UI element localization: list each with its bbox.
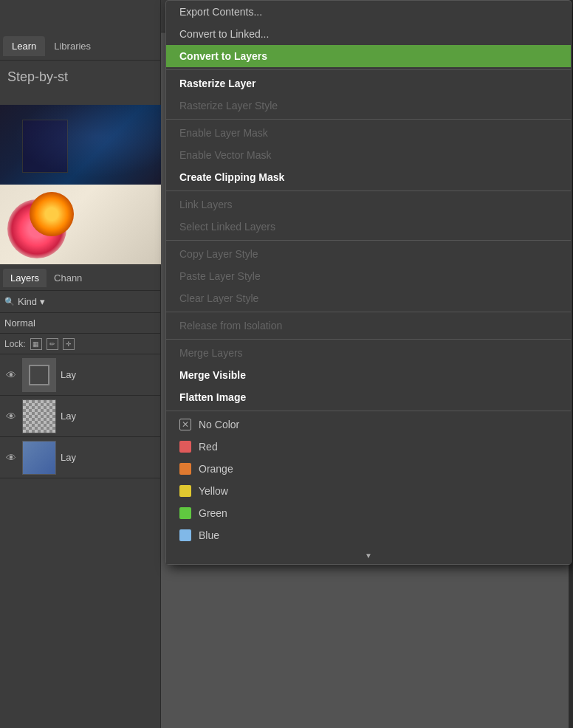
menu-item-flatten-image[interactable]: Flatten Image [166, 386, 571, 408]
menu-divider-3 [166, 190, 571, 191]
swatch-red-icon [179, 441, 191, 453]
layer-name-1: Lay [61, 369, 76, 380]
layer-thumbnail-3 [22, 441, 56, 475]
left-panel: Learn Libraries Step-by-st Layers Chann … [0, 0, 161, 728]
tab-channels[interactable]: Chann [47, 269, 89, 287]
tab-libraries[interactable]: Libraries [45, 36, 100, 56]
menu-item-no-color[interactable]: ✕ No Color [166, 413, 571, 436]
menu-divider-5 [166, 312, 571, 312]
menu-item-blue[interactable]: Blue [166, 524, 571, 546]
menu-item-convert-to-linked[interactable]: Convert to Linked... [166, 23, 571, 45]
menu-item-release-from-isolation: Release from Isolation [166, 315, 571, 337]
lock-transparency-icon[interactable]: ▦ [30, 338, 42, 350]
menu-item-rasterize-layer-style: Rasterize Layer Style [166, 95, 571, 117]
menu-item-merge-layers: Merge Layers [166, 342, 571, 364]
layer-name-3: Lay [61, 452, 76, 463]
learn-libraries-tabs: Learn Libraries [0, 32, 160, 61]
tab-layers[interactable]: Layers [3, 269, 47, 287]
lock-position-icon[interactable]: ✛ [63, 338, 75, 350]
menu-item-enable-layer-mask: Enable Layer Mask [166, 122, 571, 144]
menu-item-export-contents[interactable]: Export Contents... [166, 1, 571, 23]
eye-visibility-icon-1[interactable]: 👁 [4, 369, 18, 381]
layers-channels-tabs: Layers Chann [0, 264, 160, 291]
step-text: Step-by-st [0, 61, 160, 105]
menu-item-orange[interactable]: Orange [166, 458, 571, 480]
menu-item-enable-vector-mask: Enable Vector Mask [166, 144, 571, 166]
thumbnail-dark-room [0, 105, 161, 185]
eye-visibility-icon-2[interactable]: 👁 [4, 411, 18, 422]
swatch-orange-icon [179, 463, 191, 475]
menu-item-select-linked-layers: Select Linked Layers [166, 216, 571, 238]
thumbnail-flowers [0, 185, 161, 264]
swatch-no-color-icon: ✕ [179, 419, 191, 430]
menu-item-yellow[interactable]: Yellow [166, 480, 571, 502]
layer-item-2[interactable]: 👁 Lay [0, 396, 160, 437]
menu-divider-1 [166, 69, 571, 70]
search-icon: 🔍 [4, 297, 15, 306]
kind-chevron-icon: ▾ [40, 296, 45, 307]
menu-divider-7 [166, 411, 571, 411]
layer-thumbnail-2 [22, 399, 56, 433]
blend-mode-label: Normal [4, 317, 35, 329]
kind-dropdown[interactable]: Kind ▾ [18, 296, 45, 307]
swatch-green-icon [179, 507, 191, 519]
menu-item-create-clipping-mask[interactable]: Create Clipping Mask [166, 166, 571, 188]
menu-item-clear-layer-style: Clear Layer Style [166, 287, 571, 309]
layer-name-2: Lay [61, 411, 76, 422]
kind-label: Kind [18, 296, 37, 307]
menu-item-copy-layer-style: Copy Layer Style [166, 243, 571, 265]
menu-item-merge-visible[interactable]: Merge Visible [166, 364, 571, 386]
menu-item-rasterize-layer[interactable]: Rasterize Layer [166, 72, 571, 95]
menu-divider-6 [166, 339, 571, 340]
swatch-yellow-icon [179, 485, 191, 497]
lock-row: Lock: ▦ ✏ ✛ [0, 334, 160, 354]
tab-learn[interactable]: Learn [3, 36, 45, 56]
menu-item-paste-layer-style: Paste Layer Style [166, 265, 571, 287]
lock-paint-icon[interactable]: ✏ [47, 338, 58, 350]
scroll-down-arrow[interactable]: ▼ [166, 546, 571, 564]
menu-item-red[interactable]: Red [166, 436, 571, 458]
layer-thumbnail-1 [22, 358, 56, 392]
menu-divider-2 [166, 119, 571, 120]
layer-item-1[interactable]: 👁 Lay [0, 354, 160, 396]
menu-item-green[interactable]: Green [166, 502, 571, 524]
menu-item-convert-to-layers[interactable]: Convert to Layers [166, 45, 571, 67]
menu-item-link-layers: Link Layers [166, 193, 571, 216]
swatch-blue-icon [179, 529, 191, 541]
kind-filter-row: 🔍 Kind ▾ [0, 291, 160, 313]
layer-item-3[interactable]: 👁 Lay [0, 437, 160, 478]
context-menu: Export Contents... Convert to Linked... … [165, 0, 572, 565]
blend-mode-row: Normal [0, 313, 160, 334]
lock-label: Lock: [4, 339, 26, 349]
menu-divider-4 [166, 240, 571, 241]
chevron-down-icon: ▼ [365, 552, 372, 560]
eye-visibility-icon-3[interactable]: 👁 [4, 452, 18, 464]
